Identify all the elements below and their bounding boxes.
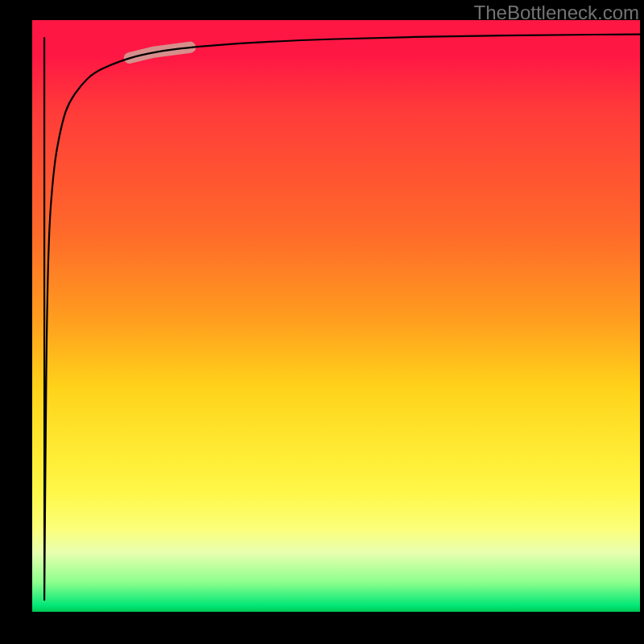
bottleneck-curve — [44, 35, 640, 601]
plot-area — [32, 20, 640, 612]
chart-frame: TheBottleneck.com — [0, 0, 644, 644]
curve-layer — [32, 20, 640, 612]
attribution-watermark: TheBottleneck.com — [474, 2, 639, 24]
